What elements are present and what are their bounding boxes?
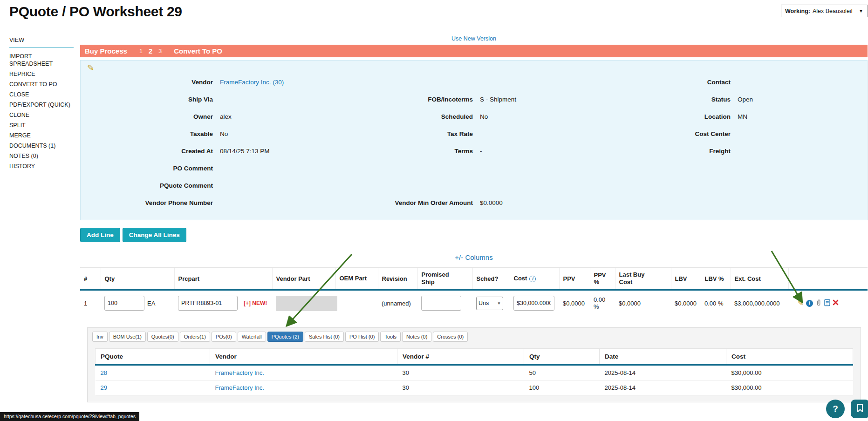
tab-crosses[interactable]: Crosses (0) bbox=[433, 332, 468, 342]
tab-bom-use[interactable]: BOM Use(1) bbox=[109, 332, 146, 342]
revision-cell: (unnamed) bbox=[378, 290, 417, 316]
sidebar-item-split[interactable]: SPLIT bbox=[9, 122, 74, 129]
buy-process-bar: Buy Process 1 2 3 Convert To PO bbox=[80, 45, 868, 57]
buy-process-steps: 1 2 3 bbox=[139, 47, 162, 55]
working-user-select[interactable]: Working: Alex Beausoleil ▼ bbox=[781, 5, 868, 17]
promised-ship-input[interactable] bbox=[421, 296, 461, 311]
tab-tools[interactable]: Tools bbox=[380, 332, 401, 342]
vendor-link[interactable]: FrameFactory Inc. bbox=[215, 369, 264, 376]
col-header-actions bbox=[788, 268, 868, 290]
sidebar-item-import-spreadsheet[interactable]: IMPORT SPREADSHEET bbox=[9, 53, 74, 68]
tax-rate-value bbox=[473, 125, 594, 143]
attachment-paperclip-icon[interactable] bbox=[815, 299, 822, 308]
sidebar-item-notes[interactable]: NOTES (0) bbox=[9, 152, 74, 160]
location-value: MN bbox=[731, 108, 867, 125]
po-comment-label: PO Comment bbox=[81, 160, 213, 177]
terms-value: - bbox=[473, 143, 594, 160]
status-value: Open bbox=[731, 91, 867, 108]
sched-select[interactable]: Uns▼ bbox=[476, 297, 503, 310]
owner-value: alex bbox=[213, 108, 343, 125]
line-edit-pencil-icon[interactable]: ✎ bbox=[798, 299, 804, 307]
change-all-lines-button[interactable]: Change All Lines bbox=[123, 228, 186, 242]
line-detail-panel: Inv BOM Use(1) Quotes(0) Orders(1) POs(0… bbox=[87, 327, 861, 402]
cost-input[interactable] bbox=[513, 296, 554, 311]
status-label: Status bbox=[594, 91, 731, 108]
tab-notes[interactable]: Notes (0) bbox=[402, 332, 431, 342]
sidebar-item-pdf-export-quick[interactable]: PDF/EXPORT (QUICK) bbox=[9, 101, 74, 109]
delete-x-icon[interactable] bbox=[833, 299, 839, 307]
pq-col-qty: Qty bbox=[524, 348, 600, 365]
po-comment-value bbox=[213, 160, 343, 177]
line-info-icon[interactable]: i bbox=[806, 300, 813, 307]
vendor-link[interactable]: FrameFactory Inc. (30) bbox=[220, 79, 284, 86]
col-header-promised-ship: Promised Ship bbox=[417, 268, 472, 290]
freight-label: Freight bbox=[594, 143, 731, 160]
scheduled-label: Scheduled bbox=[343, 108, 473, 125]
contact-label: Contact bbox=[594, 74, 731, 91]
bookmark-button[interactable] bbox=[851, 400, 868, 418]
pquote-link[interactable]: 28 bbox=[101, 369, 107, 376]
created-at-label: Created At bbox=[81, 143, 213, 160]
convert-to-po-action[interactable]: Convert To PO bbox=[174, 47, 222, 55]
pquote-row: 28 FrameFactory Inc. 30 50 2025-08-14 $3… bbox=[96, 365, 853, 380]
vendor-min-order-label: Vendor Min Order Amount bbox=[343, 194, 473, 211]
tab-po-hist[interactable]: PO Hist (0) bbox=[345, 332, 379, 342]
sidebar-item-reprice[interactable]: REPRICE bbox=[9, 70, 74, 78]
pq-col-date: Date bbox=[600, 348, 726, 365]
sidebar-item-view[interactable]: VIEW bbox=[9, 36, 74, 48]
tab-sales-hist[interactable]: Sales Hist (0) bbox=[305, 332, 344, 342]
plus-minus-columns-link[interactable]: +/- Columns bbox=[455, 253, 492, 261]
sidebar-item-documents[interactable]: DOCUMENTS (1) bbox=[9, 142, 74, 149]
vendor-phone-value bbox=[213, 194, 343, 211]
prcpart-input[interactable] bbox=[178, 296, 238, 311]
contact-value bbox=[731, 74, 867, 91]
tab-inv[interactable]: Inv bbox=[92, 332, 108, 342]
sidebar-item-close[interactable]: CLOSE bbox=[9, 91, 74, 98]
buy-process-step-3[interactable]: 3 bbox=[158, 48, 162, 54]
sidebar-item-convert-to-po[interactable]: CONVERT TO PO bbox=[9, 81, 74, 88]
col-header-lbv: LBV bbox=[671, 268, 701, 290]
sidebar-item-history[interactable]: HISTORY bbox=[9, 163, 74, 170]
page-title: PQuote / PO Worksheet 29 bbox=[9, 4, 182, 20]
owner-label: Owner bbox=[81, 108, 213, 125]
tab-quotes[interactable]: Quotes(0) bbox=[147, 332, 178, 342]
floating-buttons: ? bbox=[826, 400, 868, 418]
col-header-sched: Sched? bbox=[472, 268, 510, 290]
buy-process-step-1[interactable]: 1 bbox=[139, 48, 143, 54]
tab-pos[interactable]: POs(0) bbox=[212, 332, 236, 342]
tab-waterfall[interactable]: Waterfall bbox=[238, 332, 266, 342]
sidebar-item-clone[interactable]: CLONE bbox=[9, 111, 74, 119]
col-header-oem-part: OEM Part bbox=[335, 268, 378, 290]
sidebar-item-merge[interactable]: MERGE bbox=[9, 132, 74, 139]
new-part-flag[interactable]: [+] NEW! bbox=[244, 300, 267, 306]
lbv-pct-cell: 0.00 % bbox=[701, 290, 731, 316]
add-line-button[interactable]: Add Line bbox=[80, 228, 120, 242]
use-new-version-link[interactable]: Use New Version bbox=[451, 35, 496, 42]
tab-orders[interactable]: Orders(1) bbox=[180, 332, 210, 342]
cost-center-label: Cost Center bbox=[594, 125, 731, 143]
buy-process-step-2[interactable]: 2 bbox=[149, 47, 152, 55]
tab-pquotes[interactable]: PQuotes (2) bbox=[267, 332, 303, 342]
line-detail-tabs: Inv BOM Use(1) Quotes(0) Orders(1) POs(0… bbox=[92, 332, 861, 342]
ship-via-value bbox=[213, 91, 343, 108]
location-label: Location bbox=[594, 108, 731, 125]
qty-cell: 50 bbox=[524, 365, 600, 380]
last-buy-cost-cell: $0.0000 bbox=[615, 290, 671, 316]
cost-info-icon[interactable]: i bbox=[529, 276, 536, 282]
terms-label: Terms bbox=[343, 143, 473, 160]
taxable-label: Taxable bbox=[81, 125, 213, 143]
ext-cost-cell: $3,000,000.0000 bbox=[731, 290, 788, 316]
working-label: Working: bbox=[785, 8, 810, 14]
help-button[interactable]: ? bbox=[826, 400, 845, 418]
bookmark-icon bbox=[856, 403, 864, 414]
vendor-part-disabled-input bbox=[276, 296, 337, 311]
vendor-link[interactable]: FrameFactory Inc. bbox=[215, 384, 264, 391]
pquote-link[interactable]: 29 bbox=[101, 384, 107, 391]
document-icon[interactable] bbox=[824, 299, 830, 308]
qty-input[interactable] bbox=[104, 296, 144, 311]
cost-center-value bbox=[731, 125, 867, 143]
sidebar: VIEW IMPORT SPREADSHEET REPRICE CONVERT … bbox=[9, 36, 74, 173]
tax-rate-label: Tax Rate bbox=[343, 125, 473, 143]
edit-pencil-icon[interactable]: ✎ bbox=[87, 63, 94, 73]
pquotes-table: PQuote Vendor Vendor # Qty Date Cost 28 … bbox=[95, 348, 853, 395]
